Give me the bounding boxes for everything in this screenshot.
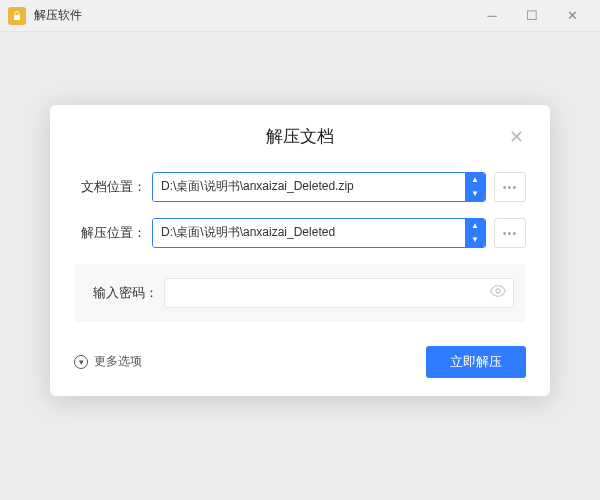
file-location-row: 文档位置： ▲ ▼ ••• (74, 172, 526, 202)
dialog-footer: ▾ 更多选项 立即解压 (74, 346, 526, 378)
chevron-up-icon[interactable]: ▲ (465, 173, 485, 187)
extract-location-row: 解压位置： ▲ ▼ ••• (74, 218, 526, 248)
chevron-up-icon[interactable]: ▲ (465, 219, 485, 233)
password-section: 输入密码： (74, 264, 526, 322)
dialog-header: 解压文档 ✕ (74, 125, 526, 148)
password-row: 输入密码： (86, 278, 514, 308)
extract-location-input[interactable] (153, 219, 465, 247)
svg-point-3 (496, 289, 500, 293)
more-options-toggle[interactable]: ▾ 更多选项 (74, 353, 142, 370)
file-location-label: 文档位置： (74, 178, 146, 196)
close-icon[interactable]: ✕ (506, 127, 526, 147)
extract-dialog: 安下载 anxz.com 解压文档 ✕ 文档位置： ▲ ▼ ••• 解压位置： (50, 105, 550, 396)
modal-overlay: 安下载 anxz.com 解压文档 ✕ 文档位置： ▲ ▼ ••• 解压位置： (0, 0, 600, 500)
file-location-combo[interactable]: ▲ ▼ (152, 172, 486, 202)
browse-folder-button[interactable]: ••• (494, 218, 526, 248)
chevron-down-icon[interactable]: ▼ (465, 233, 485, 247)
dialog-title: 解压文档 (74, 125, 526, 148)
extract-location-combo[interactable]: ▲ ▼ (152, 218, 486, 248)
eye-icon[interactable] (490, 283, 506, 303)
file-location-stepper[interactable]: ▲ ▼ (465, 173, 485, 201)
more-options-label: 更多选项 (94, 353, 142, 370)
browse-file-button[interactable]: ••• (494, 172, 526, 202)
file-location-input[interactable] (153, 173, 465, 201)
extract-button[interactable]: 立即解压 (426, 346, 526, 378)
password-label: 输入密码： (86, 284, 158, 302)
password-input[interactable] (164, 278, 514, 308)
chevron-down-circle-icon: ▾ (74, 355, 88, 369)
extract-location-label: 解压位置： (74, 224, 146, 242)
extract-location-stepper[interactable]: ▲ ▼ (465, 219, 485, 247)
chevron-down-icon[interactable]: ▼ (465, 187, 485, 201)
